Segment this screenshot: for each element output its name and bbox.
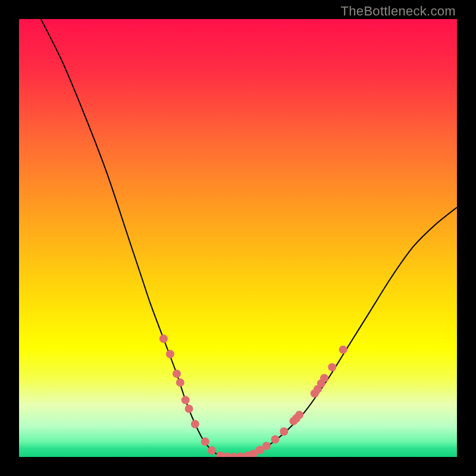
curve-dot [173, 369, 181, 378]
curve-dot [176, 378, 184, 387]
curve-dot [201, 437, 209, 446]
curve-dot [185, 405, 193, 413]
curve-dot [339, 346, 347, 354]
curve-dot [236, 452, 245, 457]
curve-dot [271, 436, 280, 444]
curve-dot [208, 446, 216, 455]
curve-dot [181, 396, 190, 404]
watermark-text: TheBottleneck.com [341, 4, 456, 19]
bottleneck-curve [41, 19, 457, 457]
curve-dot [295, 411, 303, 419]
curve-dot [166, 350, 174, 358]
curve-dot [320, 374, 328, 383]
plot-area [19, 19, 457, 457]
chart-frame: TheBottleneck.com [0, 0, 476, 476]
curve-dot [280, 427, 288, 436]
curve-layer [19, 19, 457, 457]
curve-dot [159, 334, 168, 343]
curve-dots [159, 334, 347, 457]
curve-dot [262, 442, 271, 450]
curve-dot [191, 420, 199, 428]
curve-dot [328, 363, 336, 371]
